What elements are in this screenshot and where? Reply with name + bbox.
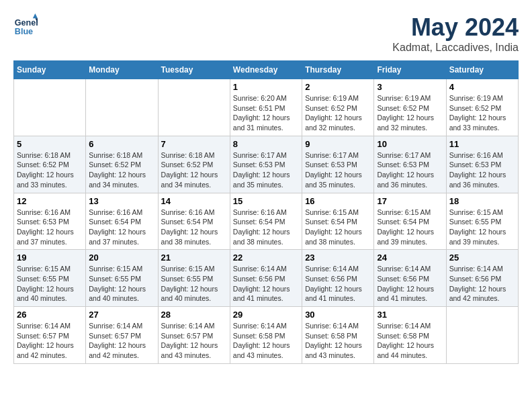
calendar-cell: 28Sunrise: 6:14 AM Sunset: 6:57 PM Dayli…	[158, 307, 230, 364]
day-number: 1	[233, 82, 299, 92]
logo-icon: General Blue	[13, 13, 38, 38]
calendar-cell: 17Sunrise: 6:15 AM Sunset: 6:54 PM Dayli…	[374, 193, 446, 250]
weekday-row: SundayMondayTuesdayWednesdayThursdayFrid…	[14, 61, 519, 79]
calendar-cell: 15Sunrise: 6:16 AM Sunset: 6:54 PM Dayli…	[230, 193, 302, 250]
calendar-week-2: 12Sunrise: 6:16 AM Sunset: 6:53 PM Dayli…	[14, 193, 519, 250]
day-info: Sunrise: 6:16 AM Sunset: 6:54 PM Dayligh…	[89, 208, 154, 247]
logo: General Blue	[13, 13, 38, 38]
day-number: 4	[449, 82, 515, 92]
day-info: Sunrise: 6:14 AM Sunset: 6:56 PM Dayligh…	[305, 264, 371, 304]
day-info: Sunrise: 6:18 AM Sunset: 6:52 PM Dayligh…	[161, 150, 227, 190]
calendar-cell	[86, 79, 158, 136]
day-number: 6	[89, 139, 154, 149]
location-title: Kadmat, Laccadives, India	[392, 42, 519, 54]
day-number: 17	[377, 196, 443, 206]
calendar-cell: 20Sunrise: 6:15 AM Sunset: 6:55 PM Dayli…	[86, 250, 158, 307]
calendar-cell: 16Sunrise: 6:15 AM Sunset: 6:54 PM Dayli…	[302, 193, 374, 250]
day-number: 9	[305, 139, 371, 149]
calendar-cell	[446, 307, 518, 364]
day-number: 11	[449, 139, 515, 149]
calendar-cell: 10Sunrise: 6:17 AM Sunset: 6:53 PM Dayli…	[374, 136, 446, 193]
calendar-cell	[14, 79, 86, 136]
day-number: 3	[377, 82, 443, 92]
day-info: Sunrise: 6:15 AM Sunset: 6:55 PM Dayligh…	[17, 264, 83, 304]
day-info: Sunrise: 6:17 AM Sunset: 6:53 PM Dayligh…	[233, 150, 299, 190]
page-header: General Blue May 2024 Kadmat, Laccadives…	[13, 13, 519, 54]
day-number: 29	[233, 310, 299, 320]
day-info: Sunrise: 6:19 AM Sunset: 6:52 PM Dayligh…	[377, 93, 443, 133]
day-info: Sunrise: 6:17 AM Sunset: 6:53 PM Dayligh…	[305, 150, 371, 190]
weekday-header-friday: Friday	[374, 61, 446, 79]
calendar-cell: 4Sunrise: 6:19 AM Sunset: 6:52 PM Daylig…	[446, 79, 518, 136]
calendar-cell: 25Sunrise: 6:14 AM Sunset: 6:56 PM Dayli…	[446, 250, 518, 307]
day-info: Sunrise: 6:15 AM Sunset: 6:54 PM Dayligh…	[377, 208, 443, 247]
calendar-week-3: 19Sunrise: 6:15 AM Sunset: 6:55 PM Dayli…	[14, 250, 519, 307]
day-number: 15	[233, 196, 299, 206]
svg-marker-2	[33, 13, 38, 18]
day-info: Sunrise: 6:14 AM Sunset: 6:56 PM Dayligh…	[233, 264, 299, 304]
day-number: 10	[377, 139, 443, 149]
calendar-cell: 14Sunrise: 6:16 AM Sunset: 6:54 PM Dayli…	[158, 193, 230, 250]
day-info: Sunrise: 6:16 AM Sunset: 6:53 PM Dayligh…	[17, 208, 83, 247]
day-number: 22	[233, 253, 299, 263]
weekday-header-sunday: Sunday	[14, 61, 86, 79]
day-number: 25	[449, 253, 515, 263]
day-info: Sunrise: 6:14 AM Sunset: 6:57 PM Dayligh…	[89, 321, 154, 361]
calendar-cell: 21Sunrise: 6:15 AM Sunset: 6:55 PM Dayli…	[158, 250, 230, 307]
weekday-header-tuesday: Tuesday	[158, 61, 230, 79]
day-info: Sunrise: 6:17 AM Sunset: 6:53 PM Dayligh…	[377, 150, 443, 190]
calendar-cell: 24Sunrise: 6:14 AM Sunset: 6:56 PM Dayli…	[374, 250, 446, 307]
calendar-cell: 5Sunrise: 6:18 AM Sunset: 6:52 PM Daylig…	[14, 136, 86, 193]
calendar-cell: 23Sunrise: 6:14 AM Sunset: 6:56 PM Dayli…	[302, 250, 374, 307]
day-info: Sunrise: 6:14 AM Sunset: 6:58 PM Dayligh…	[305, 321, 371, 361]
day-number: 30	[305, 310, 371, 320]
day-number: 27	[89, 310, 154, 320]
day-number: 20	[89, 253, 154, 263]
day-number: 5	[17, 139, 83, 149]
weekday-header-wednesday: Wednesday	[230, 61, 302, 79]
calendar-cell: 29Sunrise: 6:14 AM Sunset: 6:58 PM Dayli…	[230, 307, 302, 364]
calendar-week-0: 1Sunrise: 6:20 AM Sunset: 6:51 PM Daylig…	[14, 79, 519, 136]
day-number: 7	[161, 139, 227, 149]
calendar-cell: 8Sunrise: 6:17 AM Sunset: 6:53 PM Daylig…	[230, 136, 302, 193]
day-number: 23	[305, 253, 371, 263]
day-info: Sunrise: 6:14 AM Sunset: 6:58 PM Dayligh…	[377, 321, 443, 361]
calendar-week-1: 5Sunrise: 6:18 AM Sunset: 6:52 PM Daylig…	[14, 136, 519, 193]
day-number: 31	[377, 310, 443, 320]
day-number: 12	[17, 196, 83, 206]
calendar-cell: 22Sunrise: 6:14 AM Sunset: 6:56 PM Dayli…	[230, 250, 302, 307]
day-info: Sunrise: 6:16 AM Sunset: 6:53 PM Dayligh…	[449, 150, 515, 190]
calendar-cell: 12Sunrise: 6:16 AM Sunset: 6:53 PM Dayli…	[14, 193, 86, 250]
day-info: Sunrise: 6:14 AM Sunset: 6:57 PM Dayligh…	[161, 321, 227, 361]
calendar-cell: 3Sunrise: 6:19 AM Sunset: 6:52 PM Daylig…	[374, 79, 446, 136]
day-info: Sunrise: 6:16 AM Sunset: 6:54 PM Dayligh…	[161, 208, 227, 247]
day-number: 26	[17, 310, 83, 320]
day-info: Sunrise: 6:19 AM Sunset: 6:52 PM Dayligh…	[449, 93, 515, 133]
day-info: Sunrise: 6:14 AM Sunset: 6:57 PM Dayligh…	[17, 321, 83, 361]
weekday-header-saturday: Saturday	[446, 61, 518, 79]
calendar-cell: 7Sunrise: 6:18 AM Sunset: 6:52 PM Daylig…	[158, 136, 230, 193]
day-info: Sunrise: 6:15 AM Sunset: 6:54 PM Dayligh…	[305, 208, 371, 247]
calendar-table: SundayMondayTuesdayWednesdayThursdayFrid…	[13, 60, 519, 364]
day-info: Sunrise: 6:15 AM Sunset: 6:55 PM Dayligh…	[89, 264, 154, 304]
day-info: Sunrise: 6:16 AM Sunset: 6:54 PM Dayligh…	[233, 208, 299, 247]
day-info: Sunrise: 6:15 AM Sunset: 6:55 PM Dayligh…	[449, 208, 515, 247]
day-info: Sunrise: 6:14 AM Sunset: 6:56 PM Dayligh…	[377, 264, 443, 304]
day-info: Sunrise: 6:20 AM Sunset: 6:51 PM Dayligh…	[233, 93, 299, 133]
calendar-cell	[158, 79, 230, 136]
calendar-cell: 31Sunrise: 6:14 AM Sunset: 6:58 PM Dayli…	[374, 307, 446, 364]
calendar-header: SundayMondayTuesdayWednesdayThursdayFrid…	[14, 61, 519, 79]
day-number: 19	[17, 253, 83, 263]
day-info: Sunrise: 6:14 AM Sunset: 6:58 PM Dayligh…	[233, 321, 299, 361]
day-info: Sunrise: 6:18 AM Sunset: 6:52 PM Dayligh…	[17, 150, 83, 190]
calendar-cell: 19Sunrise: 6:15 AM Sunset: 6:55 PM Dayli…	[14, 250, 86, 307]
calendar-cell: 2Sunrise: 6:19 AM Sunset: 6:52 PM Daylig…	[302, 79, 374, 136]
calendar-cell: 18Sunrise: 6:15 AM Sunset: 6:55 PM Dayli…	[446, 193, 518, 250]
day-info: Sunrise: 6:14 AM Sunset: 6:56 PM Dayligh…	[449, 264, 515, 304]
day-number: 8	[233, 139, 299, 149]
day-number: 16	[305, 196, 371, 206]
day-number: 2	[305, 82, 371, 92]
calendar-cell: 11Sunrise: 6:16 AM Sunset: 6:53 PM Dayli…	[446, 136, 518, 193]
day-number: 28	[161, 310, 227, 320]
day-info: Sunrise: 6:18 AM Sunset: 6:52 PM Dayligh…	[89, 150, 154, 190]
